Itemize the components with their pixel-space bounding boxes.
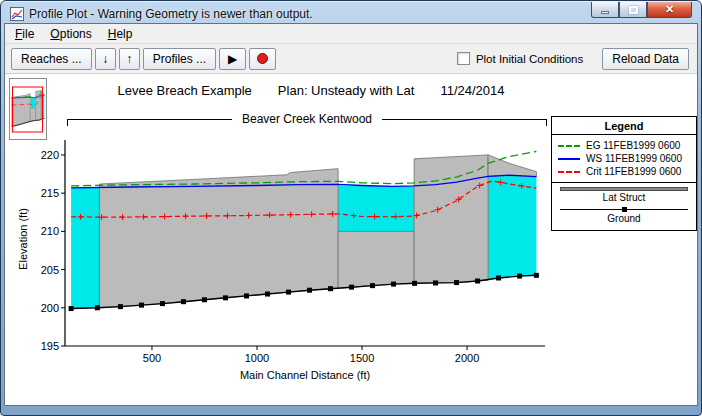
reaches-button[interactable]: Reaches ... [11,48,92,70]
profile-plot-window: Profile Plot - Warning Geometry is newer… [0,0,702,416]
toolbar: Reaches ... ↓ ↑ Profiles ... ▶ Plot Init… [5,44,697,74]
client-area: File Options Help Reaches ... ↓ ↑ Profil… [4,23,698,406]
svg-text:1500: 1500 [350,352,374,364]
svg-text:205: 205 [41,264,59,276]
svg-text:Main Channel Distance (ft): Main Channel Distance (ft) [240,369,370,381]
plot-initial-conditions-option: Plot Initial Conditions [457,52,583,65]
bracket-left-tick [67,120,68,126]
svg-text:2000: 2000 [455,352,479,364]
legend-entry-crit-label: Crit 11FEB1999 0600 [586,166,681,177]
reach-label: Beaver Creek Kentwood [232,112,382,126]
menubar: File Options Help [5,24,697,44]
lat-struct-label: Lat Struct [558,192,690,203]
ws-line-icon [558,158,580,160]
legend: Legend EG 11FEB1999 0600 WS 11FEB1999 06… [551,116,697,231]
overview-thumbnail[interactable] [9,78,47,140]
svg-text:500: 500 [143,352,161,364]
plot-initial-conditions-label: Plot Initial Conditions [476,53,583,65]
legend-entry-eg: EG 11FEB1999 0600 [558,139,690,152]
plot-area: Levee Breach Example Plan: Unsteady with… [5,74,697,405]
minimize-button[interactable] [591,2,619,18]
overview-thumbnail-chart [10,79,46,139]
menu-item-options[interactable]: Options [42,25,99,43]
window-controls: ✕ [591,2,692,18]
window-icon [10,7,24,21]
bracket-right-tick [546,120,547,126]
record-icon [257,53,268,64]
legend-separator [552,182,696,183]
play-icon: ▶ [228,52,237,66]
window-title: Profile Plot - Warning Geometry is newer… [29,7,313,21]
eg-line-icon [558,145,580,147]
animate-button[interactable]: ▶ [219,48,246,70]
close-icon: ✕ [665,3,674,16]
close-button[interactable]: ✕ [647,2,692,18]
svg-text:1000: 1000 [245,352,269,364]
plot-initial-conditions-checkbox[interactable] [457,52,470,65]
profiles-button[interactable]: Profiles ... [143,48,216,70]
svg-text:220: 220 [41,149,59,161]
legend-entry-ws-label: WS 11FEB1999 0600 [586,153,682,164]
chart-plan: Plan: Unsteady with Lat [278,83,415,98]
menu-item-file[interactable]: File [7,25,42,43]
svg-text:Elevation (ft): Elevation (ft) [17,208,29,270]
maximize-icon [629,6,638,14]
lat-struct-sample-icon [560,187,688,191]
record-button[interactable] [249,48,276,70]
menu-item-help[interactable]: Help [100,25,141,43]
chart-title: Levee Breach Example [117,83,251,98]
profile-chart[interactable]: 500100015002000195200205210215220Main Ch… [17,132,545,388]
chart-heading: Levee Breach Example Plan: Unsteady with… [65,83,557,98]
profile-up-button[interactable]: ↑ [119,48,140,70]
legend-entry-ws: WS 11FEB1999 0600 [558,152,690,165]
legend-entry-eg-label: EG 11FEB1999 0600 [586,140,680,151]
profile-down-button[interactable]: ↓ [95,48,116,70]
reach-bracket: Beaver Creek Kentwood [67,119,547,126]
reload-data-button[interactable]: Reload Data [602,48,689,70]
svg-text:195: 195 [41,340,59,352]
legend-title: Legend [552,120,696,135]
ground-sample-icon [560,207,688,212]
maximize-button[interactable] [619,2,647,18]
crit-line-icon [558,171,580,173]
ground-label: Ground [558,213,690,224]
down-arrow-icon: ↓ [102,52,108,66]
svg-text:200: 200 [41,302,59,314]
legend-entry-crit: Crit 11FEB1999 0600 [558,165,690,178]
chart-date: 11/24/2014 [440,83,504,98]
svg-text:215: 215 [41,187,59,199]
up-arrow-icon: ↑ [126,52,132,66]
minimize-icon [601,11,609,14]
svg-text:210: 210 [41,225,59,237]
